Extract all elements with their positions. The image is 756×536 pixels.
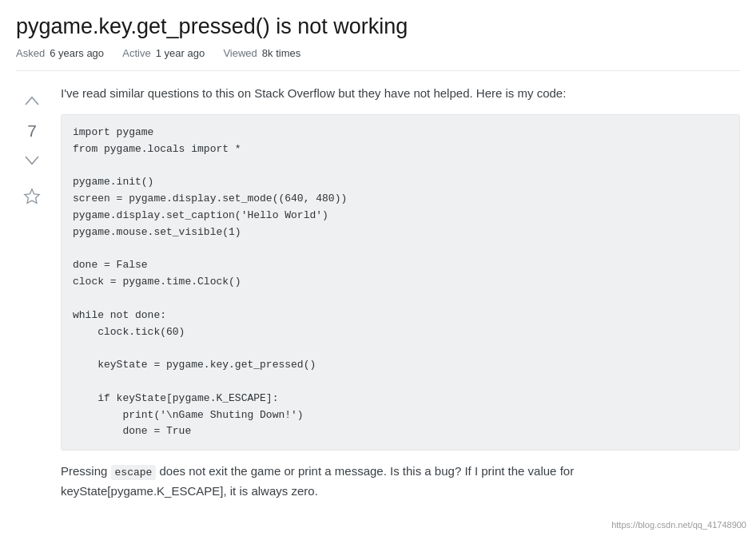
vote-count: 7 [27, 119, 37, 142]
meta-separator-2 [211, 47, 217, 59]
vote-column: 7 [16, 84, 48, 501]
page-title: pygame.key.get_pressed() is not working [16, 13, 740, 41]
viewed-value: 8k times [262, 47, 300, 59]
upvote-button[interactable] [18, 87, 46, 116]
viewed-label: Viewed [223, 47, 257, 59]
meta-separator-1 [110, 47, 116, 59]
meta-row: Asked 6 years ago Active 1 year ago View… [16, 47, 740, 71]
question-intro: I've read similar questions to this on S… [61, 84, 740, 103]
question-body: 7 I've read similar questions to this on… [16, 84, 740, 501]
asked-value: 6 years ago [50, 47, 104, 59]
follow-up-text: Pressing escape does not exit the game o… [61, 462, 740, 501]
active-value: 1 year ago [156, 47, 205, 59]
downvote-button[interactable] [18, 145, 46, 174]
follow-up-text-1: Pressing [61, 464, 111, 478]
code-block: import pygame from pygame.locals import … [61, 114, 740, 451]
asked-label: Asked [16, 47, 45, 59]
content-column: I've read similar questions to this on S… [61, 84, 740, 501]
active-label: Active [122, 47, 150, 59]
favorite-button[interactable] [18, 182, 46, 211]
escape-inline-code: escape [111, 465, 157, 480]
